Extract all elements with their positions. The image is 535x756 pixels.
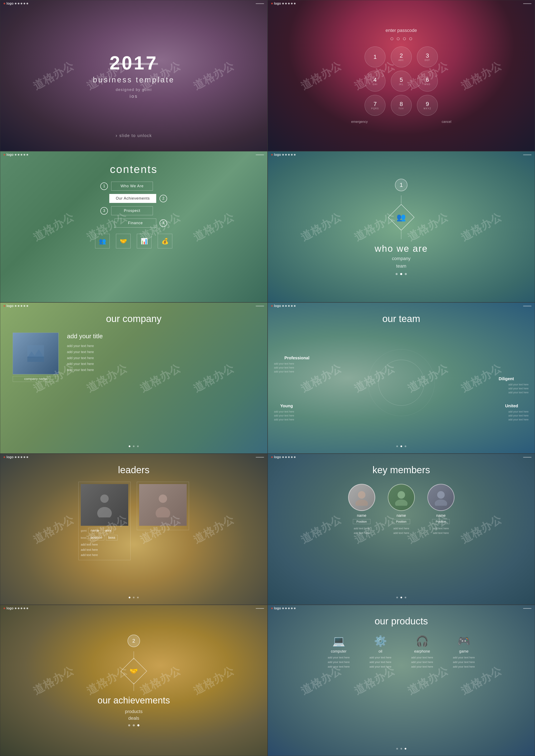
passcode-actions: emergency cancel: [349, 120, 453, 124]
num-1[interactable]: 1: [365, 46, 385, 67]
member-text-2a: add text here: [388, 526, 415, 531]
oil-icon: ⚙️: [364, 635, 397, 647]
l-dot3: [137, 597, 139, 598]
icon-money: 💰: [158, 234, 172, 248]
a-dot1: [128, 724, 130, 726]
status-dot-5: [26, 3, 28, 4]
product-text-o1: add your text here: [364, 655, 397, 660]
achieve-diamond: 🤝: [121, 658, 147, 684]
item-box-4: Finance: [115, 218, 156, 228]
watermark-text-1: 道格办公: [24, 50, 84, 101]
s3-line: [256, 154, 264, 155]
slide-10-logo: logo: [274, 606, 281, 610]
num-4[interactable]: 4GHI: [365, 71, 385, 92]
svg-point-7: [358, 491, 365, 499]
product-text-g1: add your text here: [447, 655, 481, 660]
item-num-1: 1: [100, 182, 108, 190]
team-title: our team: [268, 313, 535, 324]
slide-7-content: leaders gomi name alex: [0, 464, 268, 560]
p-dot3: [405, 748, 406, 749]
s2-dot5: [294, 3, 296, 4]
s8-d4: [291, 456, 293, 458]
m-dot1: [396, 597, 398, 598]
achieve-diamond-icon: 🤝: [129, 667, 138, 675]
diamond-icon-inner: 👥: [397, 213, 406, 222]
product-card-earphone: 🎧 earphone add your text here add your t…: [406, 635, 439, 669]
slide-6-content: our team Professional add your text here…: [268, 313, 535, 435]
unlock-text: slide to unlock: [119, 133, 152, 138]
member-text-3b: add text here: [427, 531, 455, 535]
s8-d2: [285, 456, 287, 458]
s8-dot-red: [271, 456, 273, 458]
s4-line: [523, 154, 531, 155]
num-3[interactable]: 3DEF: [417, 46, 438, 67]
passcode-dots: [349, 37, 453, 40]
s5-d1: [15, 305, 16, 307]
s9-d4: [24, 607, 25, 609]
status-bar-10: logo: [268, 605, 535, 612]
s2-dot2: [285, 3, 287, 4]
num-6[interactable]: 6MNO: [417, 71, 438, 92]
s6-d2: [285, 305, 287, 307]
num-2[interactable]: 2ABC: [391, 46, 412, 67]
leader-info-1: gomi name alex boss position boss add te…: [81, 528, 128, 558]
s6-dot-red: [271, 305, 273, 307]
status-bar-1: logo: [0, 0, 268, 7]
svg-point-4: [97, 507, 112, 518]
status-bar-2: logo: [268, 0, 535, 7]
product-name-earphone: earphone: [406, 649, 439, 654]
member-name-3: name: [427, 514, 455, 518]
who-sub1: company: [375, 256, 428, 261]
num-8[interactable]: 8TUV: [391, 95, 412, 116]
member-card-2: name Position add text here add text her…: [388, 484, 415, 535]
s8-d5: [294, 456, 296, 458]
slide-9-content: 2 🤝 our achievements products deals: [98, 635, 170, 726]
landscape-icon: [27, 345, 44, 362]
who-title: who we are: [375, 243, 428, 254]
achieve-dots: [98, 724, 170, 726]
company-text-area: add your title add your text here add yo…: [67, 333, 255, 373]
num-7[interactable]: 7PQRS: [365, 95, 385, 116]
svg-point-11: [437, 491, 445, 499]
member-avatar-2: [388, 484, 415, 511]
w-dot1: [396, 273, 398, 275]
slide-6-logo: logo: [274, 304, 281, 308]
leader-tag-gomi: gomi: [81, 529, 87, 532]
slide-5-logo: logo: [7, 304, 14, 308]
slide-1-logo: logo: [7, 2, 14, 5]
status-dot-red: [4, 3, 5, 4]
leaders-row: gomi name alex boss position boss add te…: [13, 482, 255, 560]
slide-2: logo enter passcode 1 2ABC 3: [268, 0, 535, 151]
product-text-e1: add your text here: [406, 655, 439, 660]
slides-grid: logo 2017 business template designed by …: [0, 0, 535, 756]
leader-name-box-2: alex: [103, 528, 113, 533]
s2-dot4: [291, 3, 293, 4]
s10-d5: [294, 607, 296, 609]
a-dot2: [133, 724, 135, 726]
member-pos-3: Position: [432, 519, 450, 524]
product-card-game: 🎮 game add your text here add your text …: [447, 635, 481, 669]
s9-line: [256, 608, 264, 609]
members-dots: [396, 597, 406, 598]
s6-d4: [291, 305, 293, 307]
game-icon: 🎮: [447, 635, 481, 647]
svg-point-5: [159, 494, 167, 503]
c-dot2: [133, 445, 134, 447]
leader-name-box-1: name: [88, 528, 101, 533]
s4-d5: [294, 154, 296, 155]
s10-d4: [291, 607, 293, 609]
t-dot3: [405, 445, 406, 447]
w-dot3: [405, 273, 407, 275]
company-img-wrapper: company name: [13, 333, 59, 382]
leader-pos-tag: boss: [81, 536, 86, 539]
p-dot-4: [409, 37, 412, 40]
company-text-1: add your text here: [67, 343, 255, 349]
cancel-btn[interactable]: cancel: [442, 120, 451, 124]
num-9[interactable]: 9WXYZ: [417, 95, 438, 116]
num-5[interactable]: 5JKL: [391, 71, 412, 92]
emergency-btn[interactable]: emergency: [351, 120, 368, 124]
achieve-items: products deals: [98, 709, 170, 721]
team-circle-outer: [368, 349, 435, 416]
s4-d2: [285, 154, 287, 155]
svg-point-9: [398, 491, 405, 499]
